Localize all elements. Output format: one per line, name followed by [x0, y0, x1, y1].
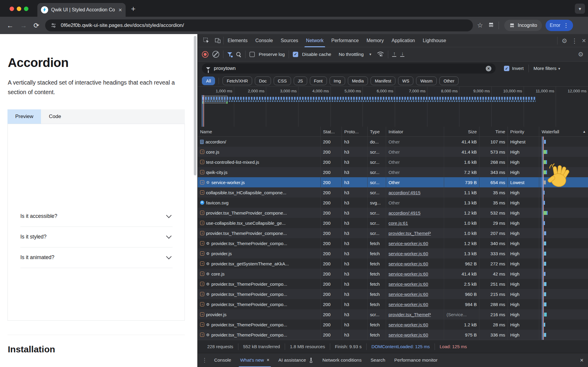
initiator-link[interactable]: provider.tsx_ThemeP — [389, 231, 431, 236]
site-info-icon[interactable] — [51, 22, 57, 28]
drawer-close-icon[interactable]: × — [580, 357, 584, 364]
table-row[interactable]: ‹›test-controlled-list-mixed.js200h3scr.… — [198, 157, 588, 167]
forward-icon[interactable]: → — [20, 22, 27, 30]
tab-sources[interactable]: Sources — [277, 34, 302, 47]
column-header-name[interactable]: Name — [198, 127, 321, 137]
bookmark-star-icon[interactable]: ☆ — [477, 22, 483, 29]
search-icon[interactable] — [236, 52, 241, 57]
table-row[interactable]: ‹›use-collapsible.tsx_useCollapsible_ge.… — [198, 218, 588, 228]
accordion-item[interactable]: Is it animated? — [20, 247, 173, 268]
tab-elements[interactable]: Elements — [224, 34, 252, 47]
initiator-link[interactable]: service-worker.js:60 — [389, 332, 428, 337]
filter-input[interactable]: proxytown × — [202, 63, 496, 74]
inspect-element-icon[interactable] — [203, 37, 210, 44]
drawer-tab-whatsnew[interactable]: What's new× — [236, 353, 274, 367]
drawer-tab-aiassistance[interactable]: AI assistance — [274, 353, 318, 367]
window-close-button[interactable] — [10, 7, 14, 11]
column-header-size[interactable]: Size — [444, 127, 479, 137]
column-header-type[interactable]: Type — [368, 127, 386, 137]
table-row[interactable]: ‹›⚙provider.tsx_getSystemTheme_aKkA...20… — [198, 259, 588, 269]
import-har-icon[interactable]: ↑ — [392, 52, 396, 57]
drawer-tab-performancemonitor[interactable]: Performance monitor — [390, 353, 442, 367]
devtools-settings-icon[interactable]: ⚙ — [562, 38, 567, 44]
tab-console[interactable]: Console — [252, 34, 277, 47]
table-row[interactable]: ‹›⚙service-worker.js200h3scr...Other739 … — [198, 177, 588, 187]
column-header-proto[interactable]: Proto... — [342, 127, 368, 137]
record-network-log-icon[interactable] — [202, 51, 208, 58]
tab-overflow-button[interactable]: ▾ — [575, 4, 585, 14]
invert-checkbox[interactable]: ✓ — [504, 66, 509, 71]
table-row[interactable]: ‹›provider.tsx_ThemeProvider_compone...2… — [198, 208, 588, 218]
devtools-menu-icon[interactable]: ⋮ — [572, 38, 578, 44]
tab-application[interactable]: Application — [388, 34, 419, 47]
drawer-tab-close-icon[interactable]: × — [267, 357, 269, 363]
more-filters-button[interactable]: More filters — [534, 66, 557, 71]
initiator-link[interactable]: service-worker.js:60 — [389, 251, 428, 256]
initiator-link[interactable]: provider.tsx_ThemeP — [389, 312, 431, 317]
devtools-close-icon[interactable]: × — [582, 37, 586, 44]
throttling-select[interactable]: No throttling — [339, 52, 364, 57]
network-settings-icon[interactable]: ⚙ — [578, 51, 584, 57]
initiator-link[interactable]: service-worker.js:60 — [389, 261, 428, 266]
window-zoom-button[interactable] — [24, 7, 28, 11]
browser-menu-icon[interactable]: ⋮ — [563, 22, 569, 29]
tab-lighthouse[interactable]: Lighthouse — [419, 34, 450, 47]
column-header-time[interactable]: Time — [479, 127, 508, 137]
column-header-priority[interactable]: Priority — [508, 127, 539, 137]
window-minimize-button[interactable] — [17, 7, 21, 11]
initiator-link[interactable]: accordion/:4915 — [389, 190, 421, 195]
preserve-log-checkbox[interactable] — [249, 52, 255, 57]
clear-filter-icon[interactable]: × — [486, 66, 491, 71]
network-conditions-icon[interactable] — [377, 51, 384, 58]
chip-manifest[interactable]: Manifest — [371, 77, 395, 85]
chip-doc[interactable]: Doc — [255, 77, 271, 85]
initiator-link[interactable]: service-worker.js:60 — [389, 282, 428, 287]
table-row[interactable]: ‹›⚙provider.js200h3fetchservice-worker.j… — [198, 248, 588, 259]
table-row[interactable]: ‹›collapsible.tsx_HCollapsible_compone..… — [198, 187, 588, 198]
table-row[interactable]: ‹›⚙provider.tsx_ThemeProvider_compo...20… — [198, 299, 588, 309]
new-tab-button[interactable]: + — [131, 5, 135, 13]
tab-memory[interactable]: Memory — [362, 34, 388, 47]
tab-close-icon[interactable]: × — [118, 7, 122, 13]
table-row[interactable]: ‹›⚙provider.tsx_ThemeProvider_compo...20… — [198, 279, 588, 289]
export-har-icon[interactable]: ↓ — [400, 52, 404, 57]
column-header-waterfall[interactable]: Waterfall▲ — [539, 127, 588, 137]
table-row[interactable]: favicon.svg200h3svg...Other1.3 kB35 msHi… — [198, 198, 588, 208]
accordion-item[interactable]: Is it accessible? — [20, 206, 173, 227]
chip-ws[interactable]: WS — [398, 77, 413, 85]
initiator-link[interactable]: service-worker.js:60 — [389, 292, 428, 297]
table-row[interactable]: ‹›⚙core.js200h3fetchservice-worker.js:60… — [198, 269, 588, 279]
accordion-item[interactable]: Is it styled? — [20, 227, 173, 247]
drawer-tab-networkconditions[interactable]: Network conditions — [318, 353, 366, 367]
page-scrollbar[interactable] — [194, 36, 196, 175]
table-row[interactable]: ‹›core.js200h3scr...Other41.4 kB573 msHi… — [198, 147, 588, 157]
table-row[interactable]: ‹›⚙provider.tsx_ThemeProvider_compo...20… — [198, 289, 588, 299]
initiator-link[interactable]: service-worker.js:60 — [389, 302, 428, 307]
table-row[interactable]: ‹›qwik-city.js200h3scr...Other7.2 kB343 … — [198, 167, 588, 177]
error-profile-button[interactable]: Error ⋮ — [546, 20, 573, 31]
back-icon[interactable]: ← — [7, 22, 13, 30]
chip-font[interactable]: Font — [310, 77, 327, 85]
initiator-link[interactable]: service-worker.js:60 — [389, 322, 428, 327]
table-row[interactable]: ‹›⚙provider.tsx_ThemeProvider_compo...20… — [198, 238, 588, 248]
reload-icon[interactable]: ⟳ — [33, 22, 39, 30]
table-row[interactable]: accordion/200h3do...Other41.4 kB107 msHi… — [198, 137, 588, 147]
initiator-link[interactable]: service-worker.js:60 — [389, 241, 428, 246]
drawer-tab-console[interactable]: Console — [210, 353, 236, 367]
chip-js[interactable]: JS — [294, 77, 307, 85]
tab-code[interactable]: Code — [41, 109, 69, 124]
initiator-link[interactable]: accordion/:4915 — [389, 210, 421, 215]
chip-wasm[interactable]: Wasm — [416, 77, 437, 85]
disable-cache-checkbox[interactable]: ✓ — [293, 52, 298, 57]
chip-img[interactable]: Img — [330, 77, 345, 85]
chip-other[interactable]: Other — [439, 77, 458, 85]
chip-fetchxhr[interactable]: Fetch/XHR — [223, 77, 252, 85]
tab-performance[interactable]: Performance — [327, 34, 363, 47]
table-row[interactable]: ‹›provider.js200h3scr...provider.tsx_The… — [198, 309, 588, 319]
clear-network-log-icon[interactable] — [212, 51, 219, 58]
filter-icon[interactable] — [227, 52, 232, 57]
chip-media[interactable]: Media — [348, 77, 368, 85]
tab-preview[interactable]: Preview — [7, 109, 41, 124]
device-toolbar-icon[interactable] — [214, 37, 221, 44]
address-bar[interactable]: 0f6e2f0b.qwik-ui-site.pages.dev/docs/sty… — [45, 19, 473, 31]
